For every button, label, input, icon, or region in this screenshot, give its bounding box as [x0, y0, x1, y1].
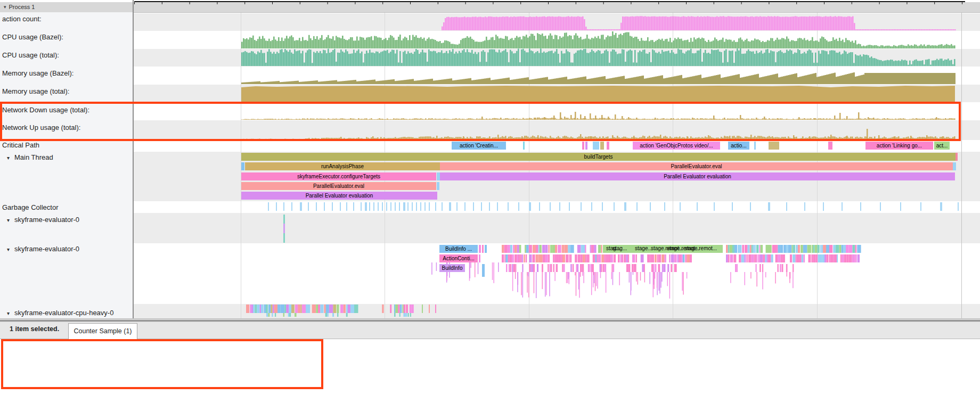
trace-event[interactable]: BuildInfo — [439, 264, 465, 272]
trace-event-label: stage.remot... — [684, 245, 717, 251]
annotation-box-counter-table — [1, 339, 323, 389]
right-edge-divider — [961, 13, 962, 318]
trace-event-sliver[interactable] — [479, 254, 480, 262]
trace-event-sliver[interactable] — [956, 153, 958, 161]
trace-event-sliver[interactable] — [429, 305, 430, 313]
trace-event-label: stage... — [635, 245, 652, 251]
detail-tab-bar — [0, 322, 980, 339]
trace-event-sliver[interactable] — [600, 142, 604, 150]
tab-counter-sample[interactable]: Counter Sample (1) — [68, 323, 137, 340]
trace-event[interactable]: Parallel Evaluator evaluation — [440, 172, 955, 180]
trace-event[interactable]: action 'Linking go... — [865, 142, 933, 150]
trace-event-sliver[interactable] — [828, 142, 832, 150]
trace-event[interactable]: ParallelEvaluator.eval — [241, 182, 436, 190]
trace-event-sliver[interactable] — [607, 142, 609, 150]
trace-event[interactable]: action 'GenObjcProtos video/... — [633, 142, 720, 150]
trace-event-sliver[interactable] — [435, 305, 436, 313]
trace-event-sliver[interactable] — [241, 162, 244, 170]
trace-event-sliver[interactable] — [523, 142, 525, 150]
trace-event[interactable]: ActionConti... — [439, 254, 478, 262]
trace-event[interactable]: Parallel Evaluator evaluation — [241, 192, 437, 200]
trace-event-sliver[interactable] — [769, 142, 779, 150]
trace-event[interactable]: act... — [934, 142, 950, 150]
panel-splitter[interactable] — [0, 318, 980, 322]
sidebar-divider[interactable] — [133, 0, 134, 318]
trace-event[interactable]: BuildInfo ... — [439, 245, 478, 253]
trace-event[interactable]: buildTargets — [241, 153, 956, 161]
selection-status: 1 item selected. — [10, 325, 59, 333]
trace-event-sliver[interactable] — [482, 264, 485, 277]
trace-event[interactable]: runAnalysisPhase — [245, 162, 440, 170]
trace-event-sliver[interactable] — [479, 245, 481, 253]
trace-profiler-app: ▾Process 1 action count:CPU usage (Bazel… — [0, 0, 980, 395]
trace-event-sliver[interactable] — [485, 245, 487, 253]
trace-event-sliver[interactable] — [754, 142, 756, 150]
trace-event[interactable]: actio... — [728, 142, 749, 150]
trace-event-sliver[interactable] — [953, 162, 956, 170]
splitter-handle[interactable] — [0, 320, 980, 322]
trace-event-sliver[interactable] — [422, 305, 423, 313]
trace-event-sliver[interactable] — [437, 182, 439, 190]
trace-event-sliver[interactable] — [283, 224, 285, 233]
trace-event-sliver[interactable] — [482, 245, 484, 253]
trace-event-sliver[interactable] — [585, 142, 587, 150]
trace-event[interactable]: action 'Creatin... — [452, 142, 506, 150]
annotation-box-network-rows — [0, 102, 961, 141]
trace-event-sliver[interactable] — [593, 142, 599, 150]
trace-event[interactable]: skyframeExecutor.configureTargets — [241, 172, 436, 180]
trace-event-label: stag... — [612, 245, 627, 251]
trace-event-sliver[interactable] — [582, 142, 584, 150]
trace-event[interactable]: ParallelEvaluator.eval — [440, 162, 953, 170]
trace-view[interactable]: ▾Process 1 action count:CPU usage (Bazel… — [0, 0, 980, 318]
